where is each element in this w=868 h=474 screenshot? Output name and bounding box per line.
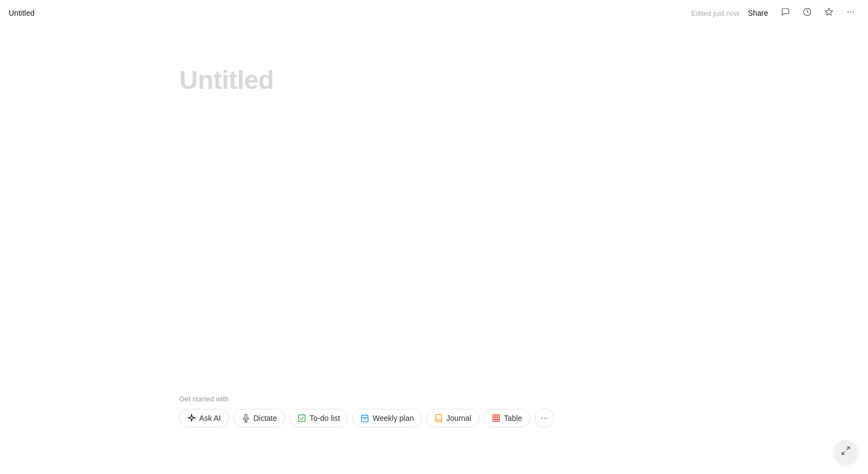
dictate-button[interactable]: Dictate [233,409,286,427]
more-actions-button[interactable]: ··· [535,408,554,428]
header-right: Edited just now Share [691,4,859,22]
svg-point-4 [853,11,854,12]
checkbox-icon [297,414,306,422]
ai-icon [187,414,196,422]
svg-rect-7 [299,415,305,421]
journal-button[interactable]: Journal [426,409,479,427]
doc-title: Untitled [9,9,34,17]
action-buttons-row: Ask AI Dictate [179,408,554,428]
svg-point-3 [850,11,851,12]
todo-list-button[interactable]: To-do list [289,409,348,427]
share-button[interactable]: Share [744,7,772,20]
page-title-placeholder: Untitled [179,65,274,95]
comment-button[interactable] [777,4,794,22]
floating-expand-button[interactable] [834,440,857,463]
svg-point-2 [847,11,848,12]
expand-icon [841,446,851,458]
ask-ai-button[interactable]: Ask AI [179,409,229,427]
svg-line-18 [847,447,850,450]
svg-rect-13 [493,415,499,421]
svg-marker-1 [825,8,832,15]
header: Untitled Edited just now Share [0,0,868,26]
main-content: Untitled Get started with Ask AI [0,0,868,474]
more-options-button[interactable] [842,4,859,22]
star-icon [825,8,833,19]
header-left: Untitled [9,9,34,17]
book-icon [434,414,443,422]
table-button[interactable]: Table [484,409,530,427]
bottom-toolbar: Get started with Ask AI [179,395,554,428]
star-button[interactable] [820,4,838,22]
comment-icon [781,8,790,19]
get-started-label: Get started with [179,395,554,403]
svg-line-19 [842,451,845,454]
microphone-icon [242,414,250,422]
page-title-area: Untitled [179,65,274,95]
history-button[interactable] [799,4,816,22]
more-dots-small-icon: ··· [541,413,548,423]
weekly-plan-button[interactable]: Weekly plan [352,409,422,427]
edited-timestamp: Edited just now [691,9,739,17]
history-icon [803,8,812,19]
more-dots-icon [846,8,855,19]
calendar-icon [360,414,369,422]
table-icon [492,414,500,422]
